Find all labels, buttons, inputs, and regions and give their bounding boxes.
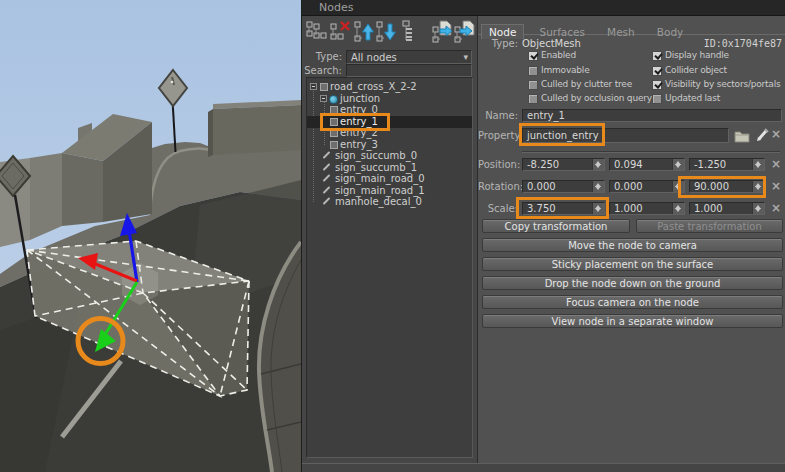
- checkbox-culled-occlusion[interactable]: [528, 94, 538, 104]
- hierarchy-panel: Type: All nodes ▾ Search: road_cross_X_2…: [302, 16, 478, 463]
- spinner-control[interactable]: [592, 203, 604, 214]
- tree-item-entry-2[interactable]: entry_2: [307, 127, 472, 139]
- mesh-node-icon: [330, 141, 338, 149]
- checkbox-visibility-sectors[interactable]: [652, 80, 662, 90]
- clear-property-button[interactable]: ×: [770, 128, 782, 141]
- nodes-window: Nodes: [301, 0, 785, 472]
- checkbox-enabled[interactable]: [528, 51, 538, 61]
- rotation-x-field[interactable]: 0.000: [522, 180, 605, 193]
- name-field[interactable]: entry_1: [522, 109, 782, 122]
- paste-transformation-button[interactable]: Paste transformation: [636, 219, 783, 233]
- spinner-control[interactable]: [672, 203, 684, 214]
- import-node-icon: [432, 19, 454, 45]
- name-label: Name:: [478, 109, 518, 122]
- node-reference-icon: [323, 163, 331, 171]
- tree-item-manhole-decal-0[interactable]: manhole_decal_0: [307, 196, 472, 208]
- move-node-down-button[interactable]: [376, 19, 398, 45]
- spinner-control[interactable]: [752, 203, 764, 214]
- node-id: ID:0x1704fe87: [704, 37, 782, 50]
- scale-x-field[interactable]: 3.750: [522, 202, 605, 215]
- tab-mesh[interactable]: Mesh: [600, 25, 642, 39]
- building-right: [208, 100, 301, 157]
- spinner-control[interactable]: [672, 159, 684, 170]
- spinner-control[interactable]: [752, 159, 764, 170]
- reset-position-button[interactable]: ×: [770, 158, 782, 171]
- scale-label: Scale:: [478, 202, 518, 215]
- edit-property-button[interactable]: [755, 127, 769, 142]
- sticky-placement-button[interactable]: Sticky placement on the surface: [482, 257, 783, 271]
- tree-item-sign-main-road-0[interactable]: sign_main_road_0: [307, 173, 472, 185]
- tree-item-road-cross[interactable]: road_cross_X_2-2: [307, 81, 472, 93]
- tree-item-sign-succumb-0[interactable]: sign_succumb_0: [307, 150, 472, 162]
- rotation-y-field[interactable]: 0.000: [609, 180, 685, 193]
- position-z-field[interactable]: -1.250: [689, 158, 765, 171]
- load-property-button[interactable]: [734, 128, 750, 142]
- type-value: ObjectMesh: [522, 37, 581, 50]
- dummy-node-icon: [329, 95, 338, 104]
- tree-item-entry-0[interactable]: entry_0: [307, 104, 472, 116]
- export-node-button[interactable]: [454, 19, 476, 45]
- node-properties-panel: Node Surfaces Mesh Body Type: ObjectMesh…: [478, 16, 785, 463]
- export-node-icon: [454, 19, 476, 45]
- collapse-toggle-icon[interactable]: [320, 95, 327, 102]
- screenshot-root: Nodes: [0, 0, 785, 472]
- type-label: Type:: [478, 37, 518, 50]
- checkbox-collider-object[interactable]: [652, 66, 662, 76]
- mesh-node-icon: [330, 118, 338, 126]
- mesh-node-icon: [330, 106, 338, 114]
- reset-scale-button[interactable]: ×: [770, 202, 782, 215]
- clone-node-button[interactable]: [306, 19, 328, 45]
- rotation-label: Rotation:: [478, 180, 518, 193]
- checkbox-culled-clutter[interactable]: [528, 80, 538, 90]
- chevron-down-icon: ▾: [463, 51, 468, 64]
- expand-hierarchy-icon: [401, 19, 423, 45]
- position-label: Position:: [478, 158, 518, 171]
- checkbox-display-handle[interactable]: [652, 51, 662, 61]
- spinner-control[interactable]: [592, 159, 604, 170]
- spinner-control[interactable]: [752, 181, 764, 192]
- collapse-toggle-icon[interactable]: [310, 83, 317, 90]
- view-node-separate-window-button[interactable]: View node in a separate window: [482, 314, 783, 328]
- scale-y-field[interactable]: 1.000: [609, 202, 685, 215]
- focus-camera-button[interactable]: Focus camera on the node: [482, 295, 783, 309]
- node-tree: road_cross_X_2-2 junction entry_0 entry_…: [306, 77, 473, 458]
- expand-hierarchy-button[interactable]: [401, 19, 423, 45]
- move-node-up-button[interactable]: [354, 19, 376, 45]
- window-title: Nodes: [302, 0, 785, 16]
- checkbox-immovable[interactable]: [528, 66, 538, 76]
- property-field[interactable]: junction_entry: [522, 128, 729, 143]
- search-input[interactable]: [346, 64, 472, 77]
- spinner-control[interactable]: [672, 181, 684, 192]
- delete-node-icon: [330, 19, 352, 45]
- drop-node-button[interactable]: Drop the node down on the ground: [482, 276, 783, 290]
- search-label: Search:: [302, 65, 342, 76]
- position-y-field[interactable]: 0.094: [609, 158, 685, 171]
- node-reference-icon: [323, 186, 331, 194]
- clone-node-icon: [306, 19, 328, 45]
- node-reference-icon: [323, 151, 331, 159]
- node-reference-icon: [323, 174, 331, 182]
- viewport-scene-svg: [0, 0, 301, 472]
- node-reference-icon: [323, 197, 331, 205]
- position-x-field[interactable]: -8.250: [522, 158, 605, 171]
- move-node-down-icon: [376, 19, 398, 45]
- window-bottom-frame: [302, 463, 785, 472]
- reset-rotation-button[interactable]: ×: [770, 180, 782, 193]
- move-node-up-icon: [354, 19, 376, 45]
- import-node-button[interactable]: [432, 19, 454, 45]
- folder-icon: [734, 129, 750, 143]
- checkbox-updated-last[interactable]: [652, 94, 662, 104]
- rotation-z-field[interactable]: 90.000: [689, 180, 765, 193]
- move-node-to-camera-button[interactable]: Move the node to camera: [482, 238, 783, 252]
- delete-node-button[interactable]: [330, 19, 352, 45]
- copy-transformation-button[interactable]: Copy transformation: [482, 219, 630, 233]
- scale-z-field[interactable]: 1.000: [689, 202, 765, 215]
- spinner-control[interactable]: [592, 181, 604, 192]
- mesh-node-icon: [320, 83, 328, 91]
- pencil-icon: [755, 127, 769, 142]
- 3d-viewport[interactable]: [0, 0, 301, 472]
- type-filter-label: Type:: [302, 51, 342, 62]
- tab-bar: Node Surfaces Mesh Body: [478, 20, 785, 35]
- type-filter-dropdown[interactable]: All nodes ▾: [346, 50, 472, 64]
- tab-body[interactable]: Body: [650, 25, 691, 39]
